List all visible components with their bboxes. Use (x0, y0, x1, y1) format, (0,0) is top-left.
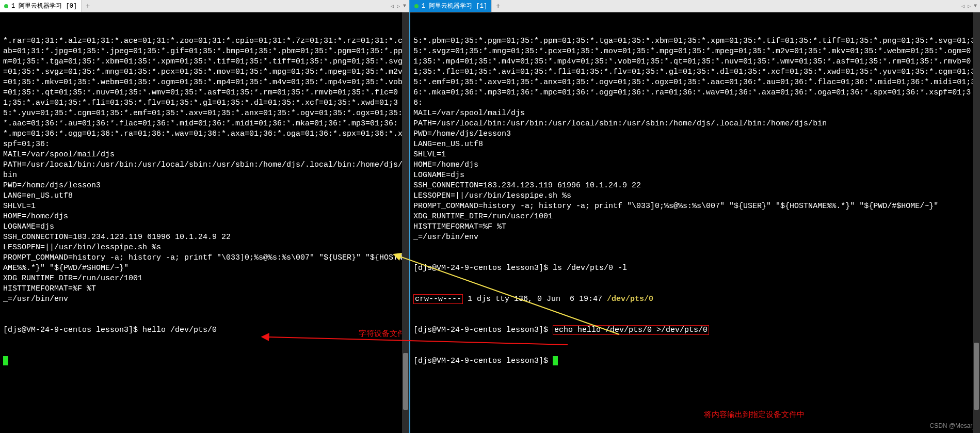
scrollbar-right[interactable] (973, 12, 980, 433)
right-tabbar: 1 阿里云机器学习 [1] + ◁ ▷ ▼ (410, 0, 980, 12)
status-dot-icon (414, 4, 419, 8)
left-tabbar: 1 阿里云机器学习 [0] + ◁ ▷ ▼ (0, 0, 409, 12)
nav-left-icon[interactable]: ◁ (961, 3, 965, 9)
tab-title: 1 阿里云机器学习 [1] (422, 2, 487, 10)
watermark: CSDN @Mesar_ (929, 421, 976, 431)
new-tab-button[interactable]: + (492, 0, 504, 12)
cursor-icon (553, 356, 558, 365)
scrollbar-left[interactable] (402, 12, 409, 433)
cmd2-line: [djs@VM-24-9-centos lesson3]$ echo hello… (413, 325, 977, 335)
nav-down-icon[interactable]: ▼ (974, 3, 977, 9)
ls-path: /dev/pts/0 (607, 295, 653, 303)
cmd1-line: [djs@VM-24-9-centos lesson3]$ ls /dev/pt… (413, 263, 977, 274)
nav-left-icon[interactable]: ◁ (391, 3, 394, 9)
echo-command: echo hello /dev/pts/0 >/dev/pts/0 (553, 325, 709, 335)
cursor-line (3, 356, 406, 366)
nav-right-icon[interactable]: ▷ (397, 3, 400, 9)
terminal-left[interactable]: *.rar=01;31:*.alz=01;31:*.ace=01;31:*.zo… (0, 12, 409, 433)
nav-right-icon[interactable]: ▷ (968, 3, 971, 9)
ls-output-line: crw--w---- 1 djs tty 136, 0 Jun 6 19:47 … (413, 294, 977, 304)
annotation-char-device: 字符设备文件 (359, 328, 405, 339)
tab-left-0[interactable]: 1 阿里云机器学习 [0] (0, 0, 82, 12)
new-tab-button[interactable]: + (82, 0, 94, 12)
ls-permissions: crw--w---- (413, 294, 463, 304)
tab-title: 1 阿里云机器学习 [0] (11, 2, 77, 10)
env-output: *.rar=01;31:*.alz=01;31:*.ace=01;31:*.zo… (3, 36, 406, 304)
nav-down-icon[interactable]: ▼ (403, 3, 406, 9)
left-pane: 1 阿里云机器学习 [0] + ◁ ▷ ▼ *.rar=01;31:*.alz=… (0, 0, 410, 433)
cmd1: ls /dev/pts/0 -l (553, 264, 627, 272)
tab-right-0[interactable]: 1 阿里云机器学习 [1] (410, 0, 492, 12)
scroll-thumb[interactable] (974, 343, 979, 410)
status-dot-icon (4, 4, 8, 8)
terminal-right[interactable]: 5:*.pbm=01;35:*.pgm=01;35:*.ppm=01;35:*.… (410, 12, 980, 433)
cmd3-line: [djs@VM-24-9-centos lesson3]$ (413, 356, 977, 366)
env-output: 5:*.pbm=01;35:*.pgm=01;35:*.ppm=01;35:*.… (413, 36, 977, 243)
annotation-output-to: 将内容输出到指定设备文件中 (704, 409, 805, 420)
scroll-thumb[interactable] (403, 353, 408, 410)
cursor-icon (3, 356, 8, 365)
right-pane: 1 阿里云机器学习 [1] + ◁ ▷ ▼ 5:*.pbm=01;35:*.pg… (410, 0, 980, 433)
prompt-line: [djs@VM-24-9-centos lesson3]$ hello /dev… (3, 325, 406, 335)
received-output: hello /dev/pts/0 (142, 326, 217, 334)
